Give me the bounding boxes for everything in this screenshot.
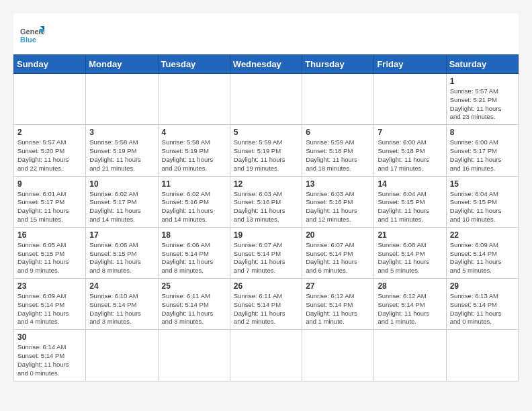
day-info: Sunrise: 5:58 AM Sunset: 5:19 PM Dayligh… [162, 138, 226, 173]
day-number: 1 [450, 77, 515, 86]
calendar-cell: 21Sunrise: 6:08 AM Sunset: 5:14 PM Dayli… [374, 227, 446, 278]
day-number: 27 [306, 281, 370, 291]
calendar-cell: 25Sunrise: 6:11 AM Sunset: 5:14 PM Dayli… [158, 279, 230, 330]
calendar-cell: 9Sunrise: 6:01 AM Sunset: 5:17 PM Daylig… [14, 176, 86, 227]
weekday-header-thursday: Thursday [302, 55, 374, 74]
calendar-cell [230, 330, 302, 381]
day-info: Sunrise: 6:01 AM Sunset: 5:17 PM Dayligh… [17, 190, 82, 224]
day-number: 21 [378, 230, 442, 240]
day-info: Sunrise: 6:14 AM Sunset: 5:14 PM Dayligh… [17, 343, 82, 377]
day-number: 13 [306, 179, 370, 189]
day-info: Sunrise: 6:07 AM Sunset: 5:14 PM Dayligh… [306, 241, 370, 275]
calendar-cell [158, 74, 230, 125]
weekday-header-wednesday: Wednesday [230, 55, 302, 74]
day-number: 19 [234, 230, 298, 240]
calendar-cell: 3Sunrise: 5:58 AM Sunset: 5:19 PM Daylig… [86, 125, 158, 176]
day-info: Sunrise: 5:59 AM Sunset: 5:18 PM Dayligh… [306, 138, 370, 173]
calendar-cell: 15Sunrise: 6:04 AM Sunset: 5:15 PM Dayli… [446, 176, 518, 227]
day-number: 29 [450, 281, 515, 291]
calendar-cell: 26Sunrise: 6:11 AM Sunset: 5:14 PM Dayli… [230, 279, 302, 330]
calendar-cell: 18Sunrise: 6:06 AM Sunset: 5:14 PM Dayli… [158, 227, 230, 278]
calendar-cell: 6Sunrise: 5:59 AM Sunset: 5:18 PM Daylig… [302, 125, 374, 176]
day-number: 3 [89, 128, 154, 137]
day-info: Sunrise: 6:11 AM Sunset: 5:14 PM Dayligh… [162, 292, 226, 326]
weekday-header-row: SundayMondayTuesdayWednesdayThursdayFrid… [14, 55, 519, 74]
day-info: Sunrise: 6:06 AM Sunset: 5:15 PM Dayligh… [89, 241, 154, 275]
calendar-cell [374, 74, 446, 125]
calendar-week-row: 1Sunrise: 5:57 AM Sunset: 5:21 PM Daylig… [14, 74, 519, 125]
day-number: 22 [450, 230, 515, 240]
day-info: Sunrise: 6:03 AM Sunset: 5:16 PM Dayligh… [306, 190, 370, 224]
calendar-cell: 27Sunrise: 6:12 AM Sunset: 5:14 PM Dayli… [302, 279, 374, 330]
calendar-table: SundayMondayTuesdayWednesdayThursdayFrid… [13, 54, 519, 381]
calendar-cell: 29Sunrise: 6:13 AM Sunset: 5:14 PM Dayli… [446, 279, 518, 330]
calendar-cell: 13Sunrise: 6:03 AM Sunset: 5:16 PM Dayli… [302, 176, 374, 227]
calendar-header: SundayMondayTuesdayWednesdayThursdayFrid… [14, 55, 519, 74]
day-number: 9 [17, 179, 82, 189]
calendar-cell [230, 74, 302, 125]
day-info: Sunrise: 6:03 AM Sunset: 5:16 PM Dayligh… [234, 190, 298, 224]
generalblue-logo-icon: General Blue [20, 24, 44, 48]
calendar-week-row: 23Sunrise: 6:09 AM Sunset: 5:14 PM Dayli… [14, 279, 519, 330]
day-info: Sunrise: 5:57 AM Sunset: 5:21 PM Dayligh… [450, 87, 515, 122]
weekday-header-saturday: Saturday [446, 55, 518, 74]
calendar-cell: 24Sunrise: 6:10 AM Sunset: 5:14 PM Dayli… [86, 279, 158, 330]
calendar-cell: 23Sunrise: 6:09 AM Sunset: 5:14 PM Dayli… [14, 279, 86, 330]
calendar-cell: 8Sunrise: 6:00 AM Sunset: 5:17 PM Daylig… [446, 125, 518, 176]
day-number: 25 [162, 281, 226, 291]
weekday-header-monday: Monday [86, 55, 158, 74]
day-info: Sunrise: 6:05 AM Sunset: 5:15 PM Dayligh… [17, 241, 82, 275]
day-info: Sunrise: 6:12 AM Sunset: 5:14 PM Dayligh… [378, 292, 442, 326]
day-info: Sunrise: 6:09 AM Sunset: 5:14 PM Dayligh… [17, 292, 82, 326]
day-info: Sunrise: 6:04 AM Sunset: 5:15 PM Dayligh… [378, 190, 442, 224]
day-info: Sunrise: 6:00 AM Sunset: 5:17 PM Dayligh… [450, 138, 515, 173]
day-number: 16 [17, 230, 82, 240]
calendar-cell: 11Sunrise: 6:02 AM Sunset: 5:16 PM Dayli… [158, 176, 230, 227]
day-info: Sunrise: 5:58 AM Sunset: 5:19 PM Dayligh… [89, 138, 154, 173]
day-info: Sunrise: 6:04 AM Sunset: 5:15 PM Dayligh… [450, 190, 515, 224]
day-number: 6 [306, 128, 370, 137]
day-number: 30 [17, 332, 82, 342]
day-number: 8 [450, 128, 515, 137]
calendar-cell [86, 74, 158, 125]
logo: General Blue [20, 24, 44, 48]
day-number: 26 [234, 281, 298, 291]
calendar-cell: 14Sunrise: 6:04 AM Sunset: 5:15 PM Dayli… [374, 176, 446, 227]
day-number: 10 [89, 179, 154, 189]
calendar-week-row: 2Sunrise: 5:57 AM Sunset: 5:20 PM Daylig… [14, 125, 519, 176]
calendar-cell: 1Sunrise: 5:57 AM Sunset: 5:21 PM Daylig… [446, 74, 518, 125]
day-info: Sunrise: 6:07 AM Sunset: 5:14 PM Dayligh… [234, 241, 298, 275]
day-number: 12 [234, 179, 298, 189]
day-number: 18 [162, 230, 226, 240]
calendar-cell: 22Sunrise: 6:09 AM Sunset: 5:14 PM Dayli… [446, 227, 518, 278]
day-number: 23 [17, 281, 82, 291]
calendar-cell [446, 330, 518, 381]
day-number: 14 [378, 179, 442, 189]
day-info: Sunrise: 6:13 AM Sunset: 5:14 PM Dayligh… [450, 292, 515, 326]
day-number: 17 [89, 230, 154, 240]
calendar-cell: 20Sunrise: 6:07 AM Sunset: 5:14 PM Dayli… [302, 227, 374, 278]
day-number: 4 [162, 128, 226, 137]
calendar-cell: 10Sunrise: 6:02 AM Sunset: 5:17 PM Dayli… [86, 176, 158, 227]
day-number: 2 [17, 128, 82, 137]
calendar-cell: 19Sunrise: 6:07 AM Sunset: 5:14 PM Dayli… [230, 227, 302, 278]
calendar-week-row: 16Sunrise: 6:05 AM Sunset: 5:15 PM Dayli… [14, 227, 519, 278]
day-number: 5 [234, 128, 298, 137]
calendar-week-row: 30Sunrise: 6:14 AM Sunset: 5:14 PM Dayli… [14, 330, 519, 381]
day-info: Sunrise: 6:12 AM Sunset: 5:14 PM Dayligh… [306, 292, 370, 326]
day-number: 24 [89, 281, 154, 291]
day-info: Sunrise: 6:09 AM Sunset: 5:14 PM Dayligh… [450, 241, 515, 275]
day-info: Sunrise: 6:02 AM Sunset: 5:16 PM Dayligh… [162, 190, 226, 224]
calendar-week-row: 9Sunrise: 6:01 AM Sunset: 5:17 PM Daylig… [14, 176, 519, 227]
calendar-cell [14, 74, 86, 125]
calendar-cell [158, 330, 230, 381]
calendar-cell: 5Sunrise: 5:59 AM Sunset: 5:19 PM Daylig… [230, 125, 302, 176]
day-info: Sunrise: 6:06 AM Sunset: 5:14 PM Dayligh… [162, 241, 226, 275]
calendar-cell: 12Sunrise: 6:03 AM Sunset: 5:16 PM Dayli… [230, 176, 302, 227]
calendar-cell [374, 330, 446, 381]
weekday-header-tuesday: Tuesday [158, 55, 230, 74]
calendar-cell [86, 330, 158, 381]
day-number: 15 [450, 179, 515, 189]
day-number: 11 [162, 179, 226, 189]
calendar-cell: 16Sunrise: 6:05 AM Sunset: 5:15 PM Dayli… [14, 227, 86, 278]
